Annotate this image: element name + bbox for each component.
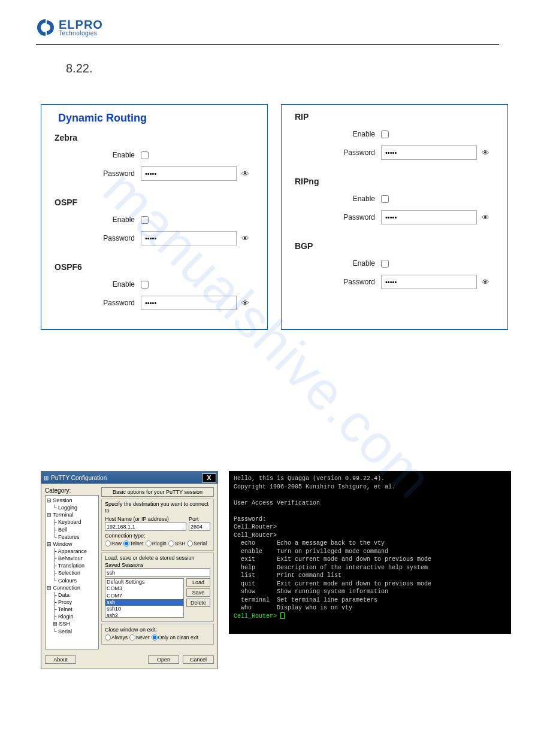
terminal-prompt: Cell_Router>	[234, 532, 277, 539]
putty-title: PuTTY Configuration	[51, 475, 107, 481]
password-label: Password	[51, 234, 141, 242]
password-input[interactable]	[381, 210, 477, 224]
section-number: 8.22.	[66, 62, 535, 75]
enable-label: Enable	[291, 259, 381, 268]
category-label: Category:	[45, 487, 99, 494]
eye-icon[interactable]: 👁	[241, 169, 249, 178]
terminal-prompt: Cell_Router>	[234, 524, 277, 530]
radio-ssh[interactable]: SSH	[168, 541, 185, 546]
protocol-name: RIPng	[295, 177, 498, 186]
protocol-rip: RIP Enable Password 👁	[291, 112, 498, 160]
password-input[interactable]	[141, 166, 237, 181]
saved-session-input[interactable]	[105, 568, 210, 577]
terminal-line: Hello, this is Quagga (version 0.99.22.4…	[234, 475, 385, 482]
close-label: Close window on exit:	[105, 627, 210, 633]
header: ELPRO Technologies	[0, 0, 535, 51]
eye-icon[interactable]: 👁	[482, 278, 489, 287]
protocol-name: Zebra	[55, 133, 258, 142]
logo-line2: Technologies	[59, 31, 103, 37]
protocol-name: RIP	[295, 112, 498, 122]
password-label: Password	[291, 213, 381, 221]
list-item[interactable]: Default Settings	[105, 579, 183, 585]
enable-checkbox[interactable]	[381, 195, 389, 203]
terminal-prompt: Cell_Router>	[234, 613, 277, 620]
enable-label: Enable	[51, 280, 141, 289]
cancel-button[interactable]: Cancel	[183, 655, 214, 664]
header-divider	[36, 44, 499, 45]
eye-icon[interactable]: 👁	[241, 299, 249, 308]
close-on-exit-section: Close window on exit: Always Never Only …	[101, 624, 214, 645]
putty-titlebar: ⊞PuTTY Configuration X	[41, 472, 217, 484]
password-input[interactable]	[381, 275, 477, 289]
eye-icon[interactable]: 👁	[482, 148, 489, 157]
close-button[interactable]: X	[202, 473, 216, 482]
eye-icon[interactable]: 👁	[241, 234, 249, 243]
save-button[interactable]: Save	[186, 588, 210, 597]
protocol-bgp: BGP Enable Password 👁	[291, 241, 498, 289]
eye-icon[interactable]: 👁	[482, 213, 489, 222]
enable-checkbox[interactable]	[141, 216, 149, 224]
delete-button[interactable]: Delete	[186, 599, 210, 607]
saved-section-label: Load, save or delete a stored session	[105, 555, 195, 561]
list-item[interactable]: COM7	[105, 593, 183, 599]
radio-serial[interactable]: Serial	[187, 541, 207, 546]
dest-label: Specify the destination you want to conn…	[105, 501, 208, 514]
about-button[interactable]: About	[45, 655, 76, 664]
port-label: Port	[189, 516, 210, 522]
putty-icon: ⊞	[44, 475, 49, 481]
saved-session-list[interactable]: Default Settings COM3 COM7 ssh ssh10 ssh…	[105, 578, 184, 618]
enable-checkbox[interactable]	[381, 260, 389, 268]
logo: ELPRO Technologies	[36, 18, 499, 37]
password-input[interactable]	[141, 231, 237, 245]
password-label: Password	[291, 278, 381, 286]
radio-rlogin[interactable]: Rlogin	[146, 541, 167, 546]
port-input[interactable]	[189, 522, 210, 531]
terminal-window: Hello, this is Quagga (version 0.99.22.4…	[229, 471, 511, 634]
list-item[interactable]: COM3	[105, 585, 183, 592]
protocol-name: OSPF6	[55, 262, 258, 272]
putty-banner: Basic options for your PuTTY session	[101, 487, 214, 497]
list-item[interactable]: ssh2	[105, 612, 183, 618]
load-button[interactable]: Load	[186, 578, 210, 587]
logo-line1: ELPRO	[59, 19, 103, 31]
enable-checkbox[interactable]	[381, 130, 389, 138]
password-label: Password	[291, 148, 381, 157]
host-input[interactable]	[105, 522, 186, 531]
host-label: Host Name (or IP address)	[105, 516, 186, 522]
list-item[interactable]: ssh	[105, 599, 183, 606]
enable-checkbox[interactable]	[141, 281, 149, 289]
protocol-ospf: OSPF Enable Password 👁	[51, 198, 258, 245]
radio-always[interactable]: Always	[105, 634, 128, 640]
open-button[interactable]: Open	[148, 655, 179, 664]
protocol-ospf6: OSPF6 Enable Password 👁	[51, 262, 258, 310]
radio-raw[interactable]: Raw	[105, 541, 122, 546]
terminal-line: Password:	[234, 516, 266, 523]
enable-label: Enable	[291, 195, 381, 203]
protocol-name: BGP	[295, 241, 498, 251]
enable-label: Enable	[51, 215, 141, 224]
enable-checkbox[interactable]	[141, 151, 149, 159]
protocol-name: OSPF	[55, 198, 258, 207]
cursor-icon	[280, 612, 285, 619]
list-item[interactable]: ssh10	[105, 606, 183, 612]
radio-never[interactable]: Never	[129, 634, 150, 640]
protocol-zebra: Zebra Enable Password 👁	[51, 133, 258, 181]
radio-clean[interactable]: Only on clean exit	[152, 634, 199, 640]
password-input[interactable]	[141, 296, 237, 310]
panel-title: Dynamic Routing	[58, 112, 258, 125]
putty-window: ⊞PuTTY Configuration X Category: ⊟ Sessi…	[41, 471, 218, 669]
saved-label: Saved Sessions	[105, 562, 210, 568]
panel-left: Dynamic Routing Zebra Enable Password 👁 …	[41, 104, 268, 330]
enable-label: Enable	[51, 151, 141, 159]
terminal-line: User Access Verification	[234, 500, 320, 506]
conn-type-label: Connection type:	[105, 533, 210, 539]
destination-section: Specify the destination you want to conn…	[101, 499, 214, 551]
radio-telnet[interactable]: Telnet	[123, 541, 144, 546]
category-tree[interactable]: ⊟ Session └ Logging ⊟ Terminal ├ Keyboar…	[45, 495, 99, 649]
logo-icon	[36, 18, 55, 37]
enable-label: Enable	[291, 130, 381, 138]
password-input[interactable]	[381, 145, 477, 160]
protocol-ripng: RIPng Enable Password 👁	[291, 177, 498, 224]
saved-sessions-section: Load, save or delete a stored session Sa…	[101, 552, 214, 622]
terminal-line: Copyright 1996-2005 Kunihiro Ishiguro, e…	[234, 484, 395, 490]
